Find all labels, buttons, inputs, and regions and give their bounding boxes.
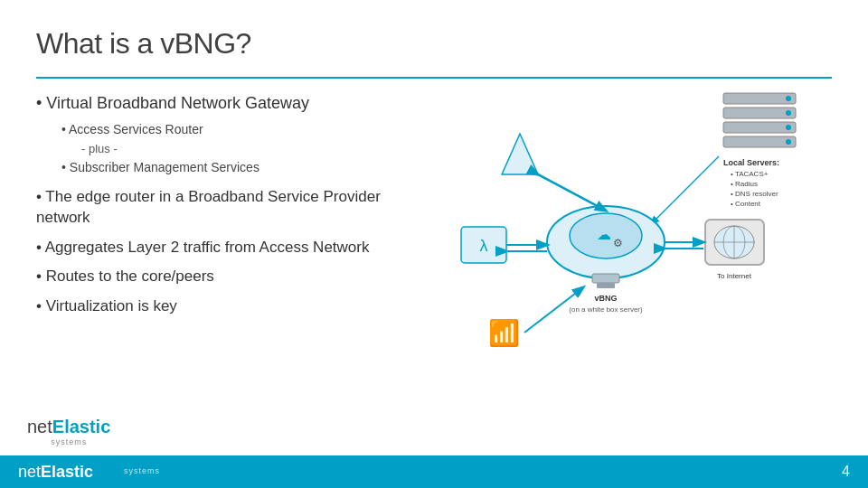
footer-logo-systems: systems: [124, 466, 160, 475]
footer-logo-net: net: [18, 463, 41, 482]
svg-text:• DNS resolver: • DNS resolver: [731, 190, 778, 198]
svg-text:Local Servers:: Local Servers:: [723, 158, 779, 167]
bullet-sub-1: • Access Services Router: [61, 119, 425, 139]
svg-rect-2: [723, 108, 796, 118]
main-content: • Virtual Broadband Network Gateway • Ac…: [36, 93, 832, 436]
left-panel: • Virtual Broadband Network Gateway • Ac…: [36, 93, 425, 436]
bullet-group-3: • Aggregates Layer 2 traffic from Access…: [36, 238, 425, 258]
bullet-group-5: • Virtualization is key: [36, 296, 425, 317]
svg-rect-6: [723, 136, 796, 147]
diagram: Local Servers: • TACACS+ • Radius • DNS …: [425, 84, 832, 436]
slide: What is a vBNG? • Virtual Broadband Netw…: [0, 0, 868, 488]
page-number: 4: [842, 464, 850, 480]
svg-text:vBNG: vBNG: [594, 294, 617, 303]
svg-marker-22: [502, 134, 538, 174]
footer-logo-elastic: Elastic: [41, 463, 93, 482]
svg-text:To Internet: To Internet: [717, 272, 752, 280]
bullet-main-3: • Aggregates Layer 2 traffic from Access…: [36, 238, 425, 258]
bullet-group-1: • Virtual Broadband Network Gateway • Ac…: [36, 93, 425, 178]
footer-logo: net Elastic systems: [18, 463, 160, 482]
right-panel: Local Servers: • TACACS+ • Radius • DNS …: [425, 93, 832, 436]
logo-systems: systems: [27, 437, 110, 446]
svg-rect-0: [723, 93, 796, 104]
svg-text:• Radius: • Radius: [731, 180, 758, 188]
svg-line-24: [538, 174, 606, 211]
svg-text:• TACACS+: • TACACS+: [731, 170, 769, 178]
bottom-bar: net Elastic systems 4: [0, 455, 868, 488]
logo-elastic: Elastic: [52, 417, 110, 436]
bullet-subsub-1: - plus -: [81, 140, 425, 158]
svg-point-1: [786, 96, 791, 101]
slide-title: What is a vBNG?: [36, 27, 832, 61]
bullet-group-2: • The edge router in a Broadband Service…: [36, 187, 425, 229]
logo-container: netElastic systems: [27, 417, 110, 446]
svg-text:λ: λ: [480, 237, 488, 255]
svg-text:(on a white box server): (on a white box server): [569, 305, 643, 314]
svg-text:📶: 📶: [488, 318, 520, 348]
svg-text:☁: ☁: [597, 227, 611, 242]
svg-line-13: [651, 156, 719, 224]
svg-point-5: [786, 125, 791, 130]
svg-text:⚙: ⚙: [613, 237, 623, 249]
accent-line: [36, 77, 832, 79]
bullet-sub-2: • Subscriber Management Services: [61, 157, 425, 177]
bullet-main-2: • The edge router in a Broadband Service…: [36, 187, 425, 229]
svg-rect-4: [723, 122, 796, 133]
bullet-main-5: • Virtualization is key: [36, 296, 425, 317]
slide-logo: netElastic systems: [27, 417, 110, 446]
svg-point-3: [786, 110, 791, 116]
svg-rect-18: [592, 274, 619, 283]
diagram-svg: Local Servers: • TACACS+ • Radius • DNS …: [425, 84, 850, 418]
svg-point-7: [786, 139, 791, 145]
logo-net: net: [27, 417, 52, 436]
bullet-group-4: • Routes to the core/peers: [36, 267, 425, 287]
bullet-main-4: • Routes to the core/peers: [36, 267, 425, 287]
svg-text:• Content: • Content: [731, 200, 761, 208]
svg-rect-19: [597, 283, 615, 288]
bullet-main-1: • Virtual Broadband Network Gateway: [36, 93, 425, 114]
